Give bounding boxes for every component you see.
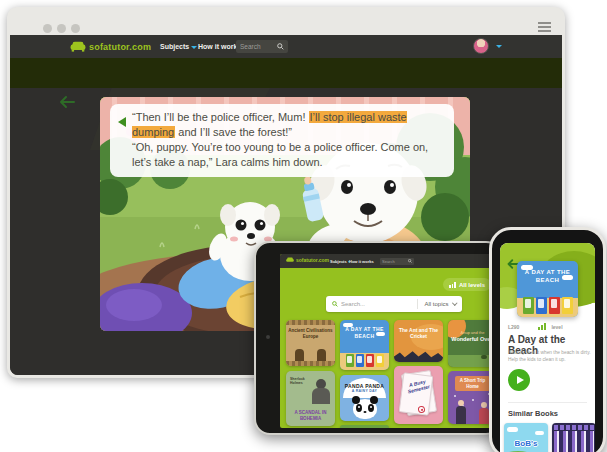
library-search-bar[interactable]: All topics xyxy=(326,296,462,312)
cloud xyxy=(507,427,518,432)
similar-books-heading: Similar Books xyxy=(508,409,558,418)
page-header-band xyxy=(10,58,562,88)
book-title: BoB's xyxy=(504,439,548,448)
window-control-dot[interactable] xyxy=(71,24,80,33)
search-input[interactable] xyxy=(240,43,277,50)
logo-text: sofatutor.com xyxy=(89,42,151,52)
book-level-row: L290 level xyxy=(508,323,563,330)
search-icon xyxy=(408,259,412,263)
level-icon xyxy=(538,323,546,330)
avatar-dropdown-icon[interactable] xyxy=(496,45,502,48)
cloud xyxy=(535,431,544,435)
chevron-down-icon xyxy=(191,46,197,49)
similar-book-cover-trees[interactable] xyxy=(552,423,595,452)
umbrella: PANDA PANDA A RAINY DAY xyxy=(343,378,386,398)
book-cover-day-at-the-beach[interactable]: A DAY AT THE BEACH xyxy=(340,320,389,370)
story-text: “Then I’ll be the police officer, Mum! xyxy=(132,111,309,123)
search-icon xyxy=(277,43,284,50)
book-title: A Short Trip Home xyxy=(455,376,490,391)
search-icon xyxy=(332,301,338,307)
book-title: A DAY AT THE BEACH xyxy=(340,326,389,340)
book-subtitle: Sherlock Holmes xyxy=(290,377,310,385)
story-text-box: “Then I’ll be the police officer, Mum! I… xyxy=(110,104,454,177)
book-cover-ant-and-cricket[interactable]: The Ant and The Cricket xyxy=(394,320,443,362)
site-navbar: sofatutor.com Subjects How it works xyxy=(10,35,562,58)
browser-menu-icon[interactable] xyxy=(538,22,551,32)
recycling-bins xyxy=(517,297,578,314)
book-title: The Ant and The Cricket xyxy=(397,327,440,339)
library-search-input[interactable] xyxy=(341,301,417,307)
divider xyxy=(508,402,587,403)
book-cover-partial[interactable] xyxy=(340,425,389,428)
nav-subjects-label: Subjects xyxy=(160,43,189,50)
cover-ornament xyxy=(286,361,335,366)
levels-icon xyxy=(449,282,456,288)
navbar-search-box[interactable] xyxy=(236,40,288,53)
all-topics-label: All topics xyxy=(424,301,448,307)
cover-figure xyxy=(312,388,330,404)
cover-trees xyxy=(554,431,594,452)
level-label: level xyxy=(551,324,562,330)
window-control-dot[interactable] xyxy=(57,24,66,33)
audio-play-icon[interactable] xyxy=(118,117,126,127)
user-avatar[interactable] xyxy=(473,38,489,54)
tablet-camera xyxy=(266,335,270,339)
cover-figure xyxy=(295,349,304,361)
cover-silhouettes xyxy=(394,350,443,362)
sofatutor-logo[interactable]: sofatutor.com xyxy=(286,257,329,263)
story-paragraph-2: “Oh, puppy. You’re too young to be a pol… xyxy=(132,140,444,170)
all-levels-label: All levels xyxy=(459,282,485,288)
sofatutor-logo[interactable]: sofatutor.com xyxy=(70,40,151,53)
search-input[interactable] xyxy=(382,259,408,264)
nav-subjects[interactable]: Subjects xyxy=(160,43,197,50)
story-paragraph-1: “Then I’ll be the police officer, Mum! I… xyxy=(132,110,444,140)
book-cover-scandal-in-bohemia[interactable]: Sherlock Holmes A Scandal in Bohemia xyxy=(286,371,335,426)
level-code: L290 xyxy=(508,324,519,330)
nav-subjects[interactable]: Subjects xyxy=(330,259,350,264)
cover-figure xyxy=(481,355,487,359)
play-book-button[interactable] xyxy=(508,369,530,391)
book-cover-panda-panda[interactable]: PANDA PANDA A RAINY DAY xyxy=(340,375,389,421)
book-description: Nobody likes it when the beach is dirty.… xyxy=(508,349,592,363)
phone-device: A DAY AT THE BEACH L290 level A Day at t… xyxy=(489,227,606,452)
logo-text: sofatutor.com xyxy=(296,257,329,263)
sofa-icon xyxy=(70,41,86,52)
all-topics-dropdown[interactable]: All topics xyxy=(417,299,456,309)
nav-how-label: How it works xyxy=(349,259,374,264)
all-levels-button[interactable]: All levels xyxy=(443,278,491,291)
tablet-screen: sofatutor.com Subjects How it works All … xyxy=(280,254,500,428)
book-cover-busy-semester[interactable]: A Busy Semester xyxy=(394,366,443,424)
cover-figure xyxy=(479,408,489,424)
nav-how-it-works[interactable]: How it works xyxy=(349,259,374,264)
cover-ornament xyxy=(286,320,335,325)
cover-title-strip xyxy=(554,425,594,430)
tablet-device: sofatutor.com Subjects How it works All … xyxy=(254,241,502,435)
tablet-navbar-search[interactable] xyxy=(380,258,414,265)
cover-title: A DAY AT THE BEACH xyxy=(517,268,578,284)
book-subtitle: A RAINY DAY xyxy=(343,389,386,393)
nav-how-it-works[interactable]: How it works xyxy=(198,43,241,50)
cover-figure xyxy=(317,349,326,361)
sofa-icon xyxy=(286,257,294,263)
tablet-navbar: sofatutor.com Subjects How it works xyxy=(280,254,500,268)
panda-face xyxy=(353,399,377,419)
chevron-down-icon xyxy=(452,301,457,306)
window-control-dot[interactable] xyxy=(43,24,52,33)
story-text: and I’ll save the forest!” xyxy=(175,126,292,138)
book-title: A Scandal in Bohemia xyxy=(288,410,333,421)
nav-subjects-label: Subjects xyxy=(330,259,347,264)
back-arrow-icon[interactable] xyxy=(58,94,76,110)
book-cover-ancient-civilisations[interactable]: Ancient Civilisations Europe xyxy=(286,320,335,366)
similar-book-cover-bobs[interactable]: BoB's xyxy=(504,423,548,452)
phone-screen: A DAY AT THE BEACH L290 level A Day at t… xyxy=(500,243,595,452)
browser-titlebar xyxy=(7,7,565,35)
book-title: Ancient Civilisations Europe xyxy=(288,328,333,339)
nav-how-label: How it works xyxy=(198,43,241,50)
book-cover-day-at-the-beach[interactable]: A DAY AT THE BEACH xyxy=(517,261,578,317)
cover-figure xyxy=(456,406,466,424)
recycling-bins xyxy=(340,354,389,367)
book-title: PANDA PANDA xyxy=(343,378,386,389)
